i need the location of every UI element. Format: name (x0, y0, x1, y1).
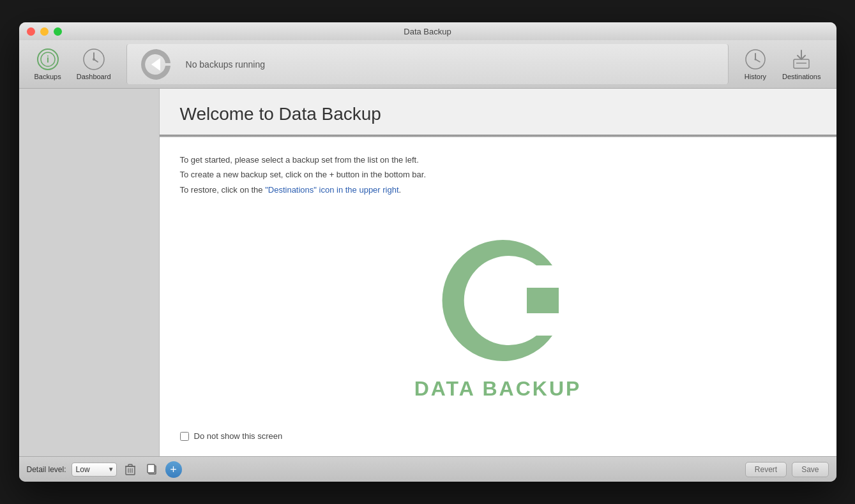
toolbar-left: i Backups Dashboard (19, 40, 126, 88)
toolbar: i Backups Dashboard (19, 40, 836, 89)
backups-button[interactable]: i Backups (29, 45, 66, 83)
main-area: Welcome to Data Backup To get started, p… (19, 89, 836, 456)
dashboard-icon (82, 48, 105, 71)
detail-select[interactable]: Low Medium High (72, 463, 117, 477)
svg-point-6 (93, 58, 95, 61)
revert-button[interactable]: Revert (745, 462, 787, 477)
instructions: To get started, please select a backup s… (180, 152, 427, 197)
backups-label: Backups (34, 73, 61, 80)
detail-level-label: Detail level: (27, 465, 66, 474)
destinations-icon (790, 48, 813, 71)
svg-rect-19 (128, 464, 132, 466)
center-logo: DATA BACKUP (414, 230, 582, 401)
duplicate-button[interactable] (144, 461, 160, 478)
svg-marker-15 (479, 275, 517, 326)
sidebar (19, 89, 160, 456)
content-area: Welcome to Data Backup To get started, p… (160, 89, 836, 456)
add-button[interactable]: + (165, 461, 182, 478)
instruction-line-1: To get started, please select a backup s… (180, 152, 427, 167)
bottom-bar: Detail level: Low Medium High ▼ (19, 456, 836, 482)
status-text: No backups running (186, 59, 266, 70)
logo-text: DATA BACKUP (414, 377, 582, 401)
backups-icon: i (36, 48, 59, 71)
maximize-button[interactable] (54, 27, 62, 36)
history-label: History (745, 73, 766, 80)
history-button[interactable]: History (739, 45, 772, 83)
svg-rect-24 (148, 464, 155, 473)
svg-point-11 (754, 59, 756, 61)
close-button[interactable] (27, 27, 35, 36)
center-logo-icon (421, 230, 575, 371)
delete-button[interactable] (122, 461, 139, 478)
content-header: Welcome to Data Backup (160, 89, 836, 135)
svg-marker-7 (151, 58, 160, 71)
trash-icon (125, 464, 135, 475)
dashboard-label: Dashboard (77, 73, 111, 80)
checkbox-label[interactable]: Do not show this screen (194, 431, 283, 441)
instruction-line-3: To restore, click on the "Destinations" … (180, 182, 427, 197)
window-controls (27, 27, 62, 36)
copy-icon (147, 464, 157, 475)
main-window: Data Backup i Backups (19, 22, 836, 482)
detail-select-wrapper: Low Medium High ▼ (72, 463, 117, 477)
instruction-line-2: To create a new backup set, click on the… (180, 167, 427, 182)
content-body: To get started, please select a backup s… (160, 137, 836, 456)
toolbar-right: History Destinations (729, 40, 836, 88)
svg-rect-16 (527, 288, 559, 313)
status-bar: No backups running (126, 44, 729, 84)
history-icon (744, 48, 767, 71)
save-button[interactable]: Save (792, 462, 828, 477)
svg-rect-12 (794, 59, 809, 68)
page-title: Welcome to Data Backup (180, 104, 816, 124)
titlebar: Data Backup (19, 22, 836, 40)
window-title: Data Backup (404, 27, 451, 36)
checkbox-row: Do not show this screen (180, 421, 283, 441)
status-logo-icon (137, 47, 176, 82)
add-icon: + (170, 464, 177, 475)
destinations-label: Destinations (782, 73, 821, 80)
minimize-button[interactable] (40, 27, 49, 36)
svg-text:i: i (47, 54, 49, 64)
dashboard-button[interactable]: Dashboard (72, 45, 116, 83)
destinations-button[interactable]: Destinations (777, 45, 826, 83)
do-not-show-checkbox[interactable] (180, 432, 189, 441)
